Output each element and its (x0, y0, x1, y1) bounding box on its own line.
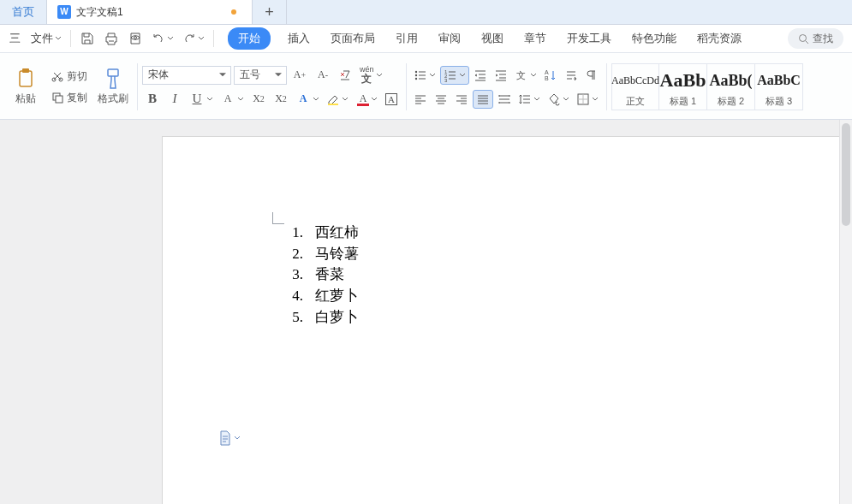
ribbon-tab-features[interactable]: 特色功能 (629, 27, 680, 50)
ribbon-tab-references[interactable]: 引用 (392, 27, 421, 50)
sort-button[interactable]: AB (541, 66, 560, 85)
decrease-indent-icon (474, 68, 487, 82)
save-button[interactable] (76, 27, 98, 50)
text-effects-button[interactable]: A (293, 90, 322, 109)
tab-home[interactable]: 首页 (0, 0, 47, 24)
superscript-icon: X2 (251, 92, 266, 107)
grow-font-button[interactable]: A+ (289, 66, 310, 85)
phonetic-guide-button[interactable]: wén文 (357, 66, 385, 85)
chevron-down-icon (313, 96, 319, 103)
align-left-icon (414, 92, 427, 106)
align-right-button[interactable] (452, 90, 471, 109)
workspace[interactable]: 1.西红柿 2.马铃薯 3.香菜 4.红萝卜 5.白萝卜 (0, 120, 852, 504)
borders-button[interactable] (574, 90, 601, 109)
copy-icon (51, 92, 63, 104)
save-icon (80, 32, 94, 45)
chevron-down-icon (198, 35, 205, 42)
ribbon-tab-developer[interactable]: 开发工具 (563, 27, 615, 50)
superscript-button[interactable]: X2 (248, 90, 269, 109)
unsaved-indicator-icon (231, 9, 236, 15)
undo-button[interactable] (148, 27, 177, 50)
print-preview-button[interactable] (124, 27, 146, 50)
ribbon-tab-section[interactable]: 章节 (521, 27, 550, 50)
cut-button[interactable]: 剪切 (46, 67, 92, 86)
strikethrough-button[interactable]: A (217, 90, 247, 109)
group-styles: AaBbCcDd 正文 AaBb 标题 1 AaBb( 标题 2 AaBbC 标… (606, 56, 803, 117)
svg-rect-7 (56, 96, 63, 103)
print-button[interactable] (100, 27, 122, 50)
underline-button[interactable]: U (187, 90, 216, 109)
font-size-value[interactable] (234, 66, 287, 85)
style-name: 标题 2 (718, 95, 744, 108)
align-left-button[interactable] (411, 90, 430, 109)
ribbon-tab-page-layout[interactable]: 页面布局 (327, 27, 378, 50)
file-menu-button[interactable]: 文件 (27, 27, 65, 50)
font-family-combo[interactable] (142, 66, 231, 85)
search-input[interactable]: 查找 (788, 28, 843, 49)
redo-button[interactable] (179, 27, 208, 50)
bold-button[interactable]: B (142, 90, 163, 109)
ribbon-tab-start[interactable]: 开始 (228, 27, 271, 50)
ribbon-tab-review[interactable]: 审阅 (435, 27, 464, 50)
align-right-icon (455, 92, 468, 106)
sort-icon: AB (544, 68, 557, 82)
ribbon-tab-view[interactable]: 视图 (478, 27, 507, 50)
show-marks-button[interactable] (582, 66, 601, 85)
asian-layout-button[interactable]: 文 (512, 66, 539, 85)
shading-button[interactable] (545, 90, 572, 109)
svg-rect-2 (20, 71, 32, 86)
style-heading-1[interactable]: AaBb 标题 1 (659, 63, 707, 110)
list-item[interactable]: 5.白萝卜 (283, 307, 359, 329)
list-item[interactable]: 4.红萝卜 (283, 286, 359, 307)
style-gallery: AaBbCcDd 正文 AaBb 标题 1 AaBb( 标题 2 AaBbC 标… (611, 63, 803, 110)
ltr-icon (564, 68, 578, 82)
paste-options-button[interactable] (218, 430, 241, 446)
scrollbar-thumb[interactable] (842, 123, 850, 226)
ribbon-tab-insert[interactable]: 插入 (284, 27, 313, 50)
ltr-button[interactable] (562, 66, 581, 85)
ribbon: 粘贴 剪切 复制 格式刷 (0, 53, 852, 120)
line-spacing-button[interactable] (515, 90, 543, 109)
style-normal[interactable]: AaBbCcDd 正文 (611, 63, 659, 110)
highlight-button[interactable] (324, 90, 351, 109)
list-number: 2. (283, 244, 315, 265)
tab-new[interactable]: + (253, 0, 287, 24)
numbered-list-button[interactable]: 123 (440, 66, 469, 85)
paste-button[interactable]: 粘贴 (7, 68, 45, 106)
document-content[interactable]: 1.西红柿 2.马铃薯 3.香菜 4.红萝卜 5.白萝卜 (283, 222, 359, 328)
font-family-value[interactable] (142, 66, 231, 85)
char-border-button[interactable]: A (382, 90, 401, 109)
svg-point-12 (415, 74, 417, 75)
tab-document[interactable]: W 文字文稿1 (47, 0, 253, 24)
distribute-button[interactable] (495, 90, 514, 109)
app-menu-button[interactable]: 三 (3, 27, 26, 50)
vertical-scrollbar[interactable] (839, 120, 852, 504)
font-size-combo[interactable] (234, 66, 287, 85)
copy-button[interactable]: 复制 (46, 88, 92, 107)
shrink-font-button[interactable]: A- (313, 66, 333, 85)
align-justify-button[interactable] (473, 90, 493, 109)
style-name: 标题 3 (766, 95, 792, 108)
word-doc-icon: W (57, 5, 71, 19)
ribbon-tab-list: 开始 插入 页面布局 引用 审阅 视图 章节 开发工具 特色功能 稻壳资源 (228, 27, 745, 50)
style-name: 正文 (626, 95, 645, 108)
subscript-button[interactable]: X2 (271, 90, 291, 109)
list-item[interactable]: 1.西红柿 (283, 222, 359, 244)
increase-indent-button[interactable] (492, 66, 510, 85)
align-center-button[interactable] (432, 90, 450, 109)
italic-button[interactable]: I (164, 90, 185, 109)
decrease-indent-button[interactable] (471, 66, 490, 85)
format-painter-button[interactable]: 格式刷 (94, 68, 132, 106)
shading-icon (547, 92, 561, 106)
ribbon-tab-docer[interactable]: 稻壳资源 (694, 27, 745, 50)
list-item[interactable]: 3.香菜 (283, 264, 359, 286)
list-item[interactable]: 2.马铃薯 (283, 244, 359, 265)
style-heading-2[interactable]: AaBb( 标题 2 (707, 63, 755, 110)
font-color-button[interactable]: A (353, 90, 380, 109)
chevron-down-icon (429, 72, 436, 79)
style-heading-3[interactable]: AaBbC 标题 3 (755, 63, 803, 110)
bullet-list-button[interactable] (411, 66, 438, 85)
clear-format-button[interactable] (336, 66, 355, 85)
svg-point-1 (800, 34, 807, 41)
document-page[interactable]: 1.西红柿 2.马铃薯 3.香菜 4.红萝卜 5.白萝卜 (163, 137, 852, 504)
